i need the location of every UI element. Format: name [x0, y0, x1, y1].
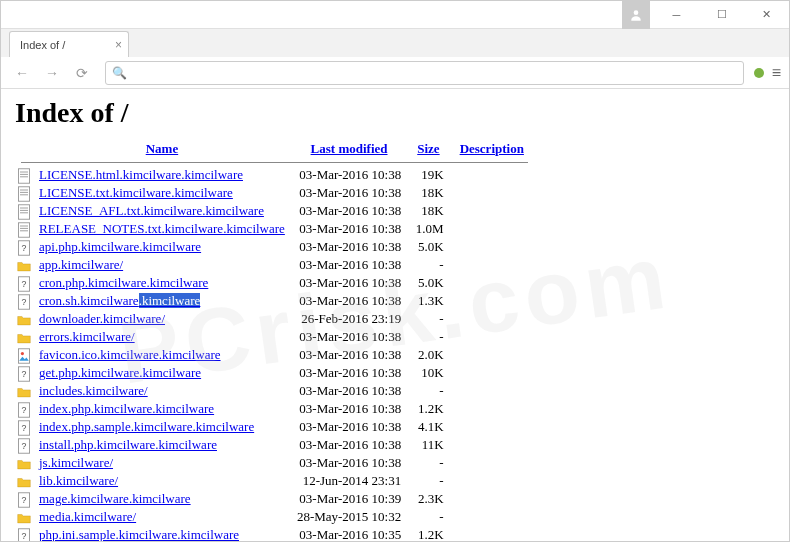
- file-link[interactable]: LICENSE.txt.kimcilware.kimcilware: [39, 185, 233, 200]
- file-size: 2.0K: [407, 346, 449, 364]
- table-row: ?php.ini.sample.kimcilware.kimcilware03-…: [15, 526, 534, 541]
- unknown-icon: ?: [15, 526, 33, 541]
- unknown-icon: ?: [15, 364, 33, 382]
- table-row: media.kimcilware/28-May-2015 10:32-: [15, 508, 534, 526]
- file-link[interactable]: js.kimcilware/: [39, 455, 113, 470]
- file-size: -: [407, 256, 449, 274]
- table-row: ?cron.sh.kimcilware.kimcilware03-Mar-201…: [15, 292, 534, 310]
- table-row: favicon.ico.kimcilware.kimcilware03-Mar-…: [15, 346, 534, 364]
- file-size: -: [407, 472, 449, 490]
- extension-icon[interactable]: [754, 68, 764, 78]
- file-link[interactable]: index.php.kimcilware.kimcilware: [39, 401, 214, 416]
- text-icon: [15, 202, 33, 220]
- file-size: 1.3K: [407, 292, 449, 310]
- file-description: [450, 382, 534, 400]
- file-link[interactable]: media.kimcilware/: [39, 509, 136, 524]
- back-button[interactable]: ←: [9, 60, 35, 86]
- table-row: ?index.php.sample.kimcilware.kimcilware0…: [15, 418, 534, 436]
- file-link[interactable]: cron.sh.kimcilware.kimcilware: [39, 293, 200, 308]
- file-link[interactable]: install.php.kimcilware.kimcilware: [39, 437, 217, 452]
- file-size: 1.2K: [407, 400, 449, 418]
- file-link[interactable]: LICENSE.html.kimcilware.kimcilware: [39, 167, 243, 182]
- file-description: [450, 454, 534, 472]
- forward-button[interactable]: →: [39, 60, 65, 86]
- file-modified: 03-Mar-2016 10:38: [291, 364, 407, 382]
- file-modified: 28-May-2015 10:32: [291, 508, 407, 526]
- svg-rect-13: [18, 222, 29, 236]
- file-modified: 03-Mar-2016 10:38: [291, 418, 407, 436]
- svg-text:?: ?: [22, 243, 27, 253]
- table-row: errors.kimcilware/03-Mar-2016 10:38-: [15, 328, 534, 346]
- file-link[interactable]: LICENSE_AFL.txt.kimcilware.kimcilware: [39, 203, 264, 218]
- header-name[interactable]: Name: [146, 141, 179, 156]
- file-link[interactable]: app.kimcilware/: [39, 257, 123, 272]
- table-row: includes.kimcilware/03-Mar-2016 10:38-: [15, 382, 534, 400]
- tab-close-icon[interactable]: ×: [115, 38, 122, 52]
- file-description: [450, 202, 534, 220]
- file-description: [450, 400, 534, 418]
- file-link[interactable]: includes.kimcilware/: [39, 383, 148, 398]
- file-size: 18K: [407, 202, 449, 220]
- folder-icon: [15, 328, 33, 346]
- file-link[interactable]: api.php.kimcilware.kimcilware: [39, 239, 201, 254]
- maximize-button[interactable]: ☐: [699, 1, 744, 29]
- unknown-icon: ?: [15, 436, 33, 454]
- file-modified: 03-Mar-2016 10:38: [291, 454, 407, 472]
- tab-bar: Index of / ×: [1, 29, 789, 57]
- file-link[interactable]: get.php.kimcilware.kimcilware: [39, 365, 201, 380]
- file-description: [450, 310, 534, 328]
- text-icon: [15, 220, 33, 238]
- unknown-icon: ?: [15, 418, 33, 436]
- header-modified[interactable]: Last modified: [311, 141, 388, 156]
- file-link[interactable]: errors.kimcilware/: [39, 329, 135, 344]
- file-link[interactable]: downloader.kimcilware/: [39, 311, 165, 326]
- browser-toolbar: ← → ⟳ 🔍 ≡: [1, 57, 789, 89]
- reload-button[interactable]: ⟳: [69, 60, 95, 86]
- minimize-button[interactable]: ─: [654, 1, 699, 29]
- folder-icon: [15, 382, 33, 400]
- file-size: 19K: [407, 166, 449, 184]
- file-description: [450, 508, 534, 526]
- svg-text:?: ?: [22, 423, 27, 433]
- file-link[interactable]: php.ini.sample.kimcilware.kimcilware: [39, 527, 239, 541]
- file-link[interactable]: cron.php.kimcilware.kimcilware: [39, 275, 208, 290]
- file-description: [450, 256, 534, 274]
- header-description[interactable]: Description: [460, 141, 524, 156]
- file-modified: 03-Mar-2016 10:38: [291, 184, 407, 202]
- file-size: 5.0K: [407, 238, 449, 256]
- menu-icon[interactable]: ≡: [772, 64, 781, 82]
- page-title: Index of /: [15, 97, 775, 129]
- address-bar[interactable]: 🔍: [105, 61, 744, 85]
- header-row: Name Last modified Size Description: [15, 139, 534, 159]
- close-button[interactable]: ✕: [744, 1, 789, 29]
- file-description: [450, 346, 534, 364]
- unknown-icon: ?: [15, 400, 33, 418]
- file-link[interactable]: mage.kimcilware.kimcilware: [39, 491, 191, 506]
- file-modified: 03-Mar-2016 10:38: [291, 328, 407, 346]
- unknown-icon: ?: [15, 490, 33, 508]
- svg-text:?: ?: [22, 297, 27, 307]
- file-size: 10K: [407, 364, 449, 382]
- user-profile-icon[interactable]: [622, 1, 650, 29]
- file-modified: 26-Feb-2016 23:19: [291, 310, 407, 328]
- file-modified: 03-Mar-2016 10:38: [291, 166, 407, 184]
- table-row: js.kimcilware/03-Mar-2016 10:38-: [15, 454, 534, 472]
- file-size: -: [407, 454, 449, 472]
- file-link[interactable]: favicon.ico.kimcilware.kimcilware: [39, 347, 221, 362]
- file-link[interactable]: RELEASE_NOTES.txt.kimcilware.kimcilware: [39, 221, 285, 236]
- browser-tab[interactable]: Index of / ×: [9, 31, 129, 57]
- file-size: 1.2K: [407, 526, 449, 541]
- svg-text:?: ?: [22, 441, 27, 451]
- header-size[interactable]: Size: [417, 141, 439, 156]
- file-link[interactable]: index.php.sample.kimcilware.kimcilware: [39, 419, 254, 434]
- window-titlebar: ─ ☐ ✕: [1, 1, 789, 29]
- file-description: [450, 436, 534, 454]
- svg-text:?: ?: [22, 405, 27, 415]
- file-description: [450, 364, 534, 382]
- file-modified: 03-Mar-2016 10:38: [291, 292, 407, 310]
- file-link[interactable]: lib.kimcilware/: [39, 473, 118, 488]
- table-row: LICENSE.html.kimcilware.kimcilware03-Mar…: [15, 166, 534, 184]
- file-description: [450, 418, 534, 436]
- highlighted-text: .kimcilware: [139, 293, 201, 308]
- file-modified: 03-Mar-2016 10:38: [291, 202, 407, 220]
